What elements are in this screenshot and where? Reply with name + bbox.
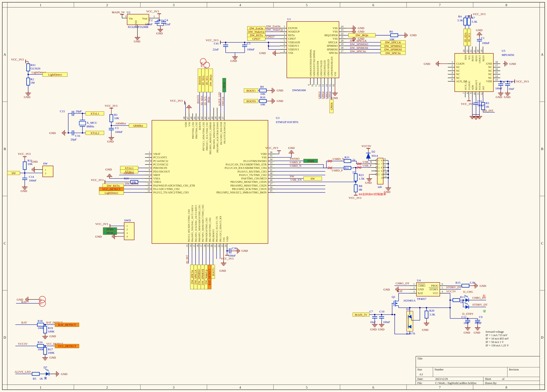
text-label: 21	[473, 50, 476, 52]
text-label: R1	[114, 113, 117, 116]
junction-dot	[468, 15, 470, 17]
text-label: 17	[341, 50, 344, 52]
text-label: 13	[495, 78, 498, 81]
text-label: STDBY_DT	[446, 285, 462, 289]
text-label: FSYNC	[478, 82, 481, 90]
u2-pin-vin: Vin	[129, 17, 133, 20]
text-label: SW	[290, 175, 294, 178]
text-label: IRQ/GPIO8	[324, 34, 338, 37]
text-label: 8	[284, 50, 285, 52]
text-label: 5	[378, 173, 379, 176]
port-label: 3D_SCL	[205, 76, 208, 85]
text-label: 9	[381, 170, 382, 172]
text-label: 22uF	[212, 48, 219, 51]
text-label: 26	[270, 186, 273, 189]
d-stby-label: D_STBY	[462, 312, 474, 316]
port-label: BOOT0	[246, 100, 256, 103]
text-label: 12	[318, 84, 321, 87]
port-label: 3D_SDA	[202, 75, 205, 85]
usb-conn-label: usb	[378, 185, 382, 189]
text-label: USBD_N	[290, 164, 301, 167]
text-label: NRST	[153, 173, 160, 177]
text-label: GND	[105, 168, 112, 171]
d1-val: BAV70	[406, 332, 415, 335]
text-label: 11	[476, 93, 479, 95]
titleblock-drawnby-label: Drawn By:	[485, 381, 497, 385]
u4-refdes: U4	[417, 279, 421, 282]
text-label: 34	[270, 158, 273, 161]
text-label: 5	[284, 39, 285, 42]
zone-col-label: 3	[173, 3, 175, 7]
junction-dot	[355, 181, 356, 183]
d1-ref: D1	[406, 308, 410, 311]
text-label: 6	[442, 282, 443, 285]
port-label: DW_WakeUp	[248, 30, 265, 34]
text-label: PA5/SPI1_SCK/DAC_OUT2/ADC5	[194, 205, 197, 242]
text-label: 1	[149, 151, 150, 153]
text-label: VCC_3V3	[516, 80, 529, 83]
text-label: PA0/WKUP/ADC0/TIM2_CH1_ETR	[153, 184, 195, 187]
text-label: GND	[277, 99, 283, 103]
text-label: RESV	[482, 55, 485, 62]
text-label: 3	[378, 166, 379, 169]
text-label: PC13/ANT1	[153, 156, 167, 159]
port-label: XTAL1	[125, 166, 134, 170]
text-label: 4	[452, 71, 453, 74]
text-label: 12	[480, 93, 483, 95]
text-label: 18	[495, 61, 498, 63]
text-label: GND	[107, 140, 114, 143]
text-label: BAT	[21, 300, 27, 303]
text-label: 3.3K	[429, 313, 435, 316]
port-label: JTMS	[307, 159, 314, 163]
port-label: 3D_SDA	[464, 32, 467, 42]
text-label: 20	[341, 39, 344, 42]
text-label: PA2/U2_TX/ADC2/TIM2_CH3	[153, 191, 189, 194]
text-label: 11	[148, 186, 150, 189]
text-label: PB0/ADC8/TIM3_CH3	[205, 218, 208, 242]
port-label: DW_SPIMOSI	[384, 48, 402, 51]
text-label: GND	[509, 62, 516, 66]
text-label: NC	[456, 66, 460, 69]
text-label: GND	[156, 32, 163, 35]
text-label: 7	[462, 93, 465, 94]
text-label: VCC_3V3	[105, 104, 117, 107]
text-label: VDDA	[153, 180, 161, 184]
text-label: R20	[429, 309, 434, 312]
text-label: GND	[49, 131, 56, 135]
text-label: GPIO3/TXLED	[320, 61, 322, 76]
text-label: 16	[332, 84, 335, 87]
zone-col-label: 6	[372, 385, 374, 389]
titleblock-size-label: Size	[417, 368, 422, 371]
text-label: EXTON	[288, 27, 298, 30]
u2-refdes: U2	[127, 11, 130, 14]
text-label: VSS	[188, 122, 191, 126]
u1-part: DWM1000	[292, 89, 306, 92]
text-label: GND	[49, 356, 56, 359]
u5-body[interactable]	[455, 53, 493, 92]
text-label: VCC_3V3	[206, 39, 219, 42]
text-label: R6	[390, 30, 393, 33]
text-label: GND	[49, 335, 56, 338]
label-yellow: 黄	[44, 376, 47, 380]
swd-connector[interactable]	[124, 222, 134, 240]
port-label: 3D_SCL	[468, 33, 471, 42]
c4-val: 22uF	[164, 22, 171, 26]
text-label: VCC5V	[446, 289, 456, 293]
text-label: PA10/U1_RX/TIM1_CH3	[238, 170, 267, 173]
text-label: 100nF	[29, 179, 36, 182]
text-label: R7	[472, 16, 475, 20]
text-label: PB1/ADC9/TIM3_CH4	[208, 218, 211, 242]
text-label: 10	[381, 173, 383, 176]
port-label: DW_IRQn	[356, 34, 369, 37]
port-label: SW	[311, 177, 315, 180]
text-label: 47	[186, 117, 189, 119]
text-label: 22	[469, 50, 472, 52]
label-green: 绿	[483, 309, 486, 313]
r2-ref: R2	[30, 77, 34, 81]
text-label: VCC_3V3	[349, 196, 362, 199]
text-label: PB3/SPI3_SCK/TRACESWO	[216, 122, 219, 153]
text-label: NC	[456, 76, 460, 80]
text-label: 18	[341, 46, 344, 49]
sw-connector[interactable]	[43, 166, 53, 177]
text-label: PB11/I2C2_SDA/U3_RX	[219, 216, 222, 242]
